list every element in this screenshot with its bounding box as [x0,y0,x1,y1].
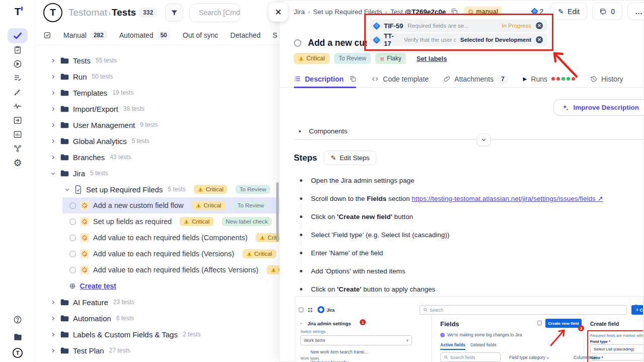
tree-folder-test-plan[interactable]: Test Plan27 tests [35,342,279,358]
jira-link-row[interactable]: TIF-59Required fields are se...In Progre… [369,19,547,32]
tree-test-item[interactable]: Add value to each required fields (Affec… [62,262,279,278]
account-logo-icon[interactable]: T [8,345,28,360]
testomat-logo-icon[interactable]: T [8,4,28,19]
select-all-icon[interactable] [43,31,51,39]
filter-tab-s[interactable]: S [273,31,277,39]
tree-folder-tests[interactable]: Tests55 tests [35,52,279,68]
tab-runs[interactable]: ▶Runs [523,70,575,88]
runs-play-icon[interactable] [8,56,28,71]
bell-icon[interactable] [633,304,639,310]
filter-button[interactable] [165,4,183,22]
test-status-circle[interactable] [69,202,76,209]
create-test-link[interactable]: ⊕Create test [62,278,279,294]
remove-link-icon[interactable]: ✕ [536,22,543,29]
test-status-circle[interactable] [69,219,76,225]
work-items-select[interactable]: Work items ∨ [300,335,412,345]
chevron-right-icon[interactable] [50,348,56,353]
field-type-category-dropdown[interactable]: Field type category ∨ [509,355,549,360]
breadcrumb-project[interactable]: Testomat [68,7,107,18]
jira-issues-count[interactable]: 2 [532,8,544,16]
tree-folder-branches[interactable]: Branches43 tests [35,149,279,165]
tab-active-fields[interactable]: Active fields [440,342,465,350]
tree-folder-run[interactable]: Run50 tests [35,68,279,85]
pulse-icon[interactable] [8,99,28,114]
breadcrumb-suite[interactable]: Set up Required Fileds [313,8,382,16]
tree-suite-set-up-required-fileds[interactable]: Set up Required Fileds5 testsCriticalTo … [35,181,279,197]
jira-search-input[interactable]: Search [420,305,627,315]
tree-folder-templates[interactable]: Templates19 tests [35,85,279,101]
chevron-right-icon[interactable] [50,300,56,305]
tree-folder-user-management[interactable]: User Management9 tests [35,117,279,133]
feedback-icon[interactable] [537,320,542,326]
tab-attachments[interactable]: Attachments7 [444,70,508,88]
tree-test-item[interactable]: Add value to each required fields (Compo… [62,230,279,246]
step-link[interactable]: https://testing-testomat.atlassian.net/j… [412,195,603,202]
back-arrow-icon[interactable]: ← [299,320,304,325]
test-plans-clipboard-icon[interactable] [8,42,28,57]
chevron-down-icon[interactable] [50,171,56,176]
chevron-right-icon[interactable] [50,316,56,321]
help-icon[interactable] [8,312,28,327]
tree-folder-jira[interactable]: Jira5 tests [35,165,279,181]
scrollbar-thumb[interactable] [276,182,279,242]
nav-new-work-item[interactable]: New work item search transi... [310,349,368,354]
nav-work-type-hierarchy[interactable]: Work type hierarchy [310,360,348,362]
chevron-right-icon[interactable] [50,332,56,337]
tree-test-item[interactable]: Set up fields as requiredCriticalNew lab… [62,213,279,230]
set-labels-link[interactable]: Set labels [417,55,447,62]
settings-gear-icon[interactable]: ⚙ [8,155,28,170]
tree-folder-labels-custom-fields-tags[interactable]: Labels & Custom Fields & Tags2 tests [35,326,279,342]
remove-link-icon[interactable]: ✕ [536,36,543,43]
projects-folder-icon[interactable] [8,329,28,344]
tab-code-template[interactable]: Code template [371,70,429,88]
import-icon[interactable] [8,113,28,128]
tree-folder-ai-feature[interactable]: AI Feature23 tests [35,294,279,310]
tab-history[interactable]: History [590,70,623,88]
chevron-right-icon[interactable] [50,138,56,144]
name-input[interactable] [590,360,643,362]
filter-tab-automated[interactable]: Automated50 [119,31,171,40]
search-input[interactable] [199,9,240,17]
jira-admin-settings-link[interactable]: Jira admin settings [307,321,351,326]
branches-icon[interactable] [8,141,28,156]
tree-test-item[interactable]: Add value to each required fields (Versi… [62,246,279,262]
tree-folder-global-analytics[interactable]: Global Analytics5 tests [35,133,279,149]
edit-button[interactable]: ✎ Edit [550,3,587,20]
tree-test-item[interactable]: Add a new custom field flowCriticalTo Re… [62,197,279,213]
field-type-select[interactable]: Select List (cascading) [590,344,643,353]
checklist-icon[interactable] [8,70,28,86]
search-fields-input[interactable]: Search fields [440,352,501,362]
tree-folder-import-export[interactable]: Import/Export38 tests [35,101,279,117]
test-status-circle[interactable] [69,235,76,241]
collapse-description-button[interactable] [477,133,491,146]
tab-deleted-fields[interactable]: Deleted fields [470,342,497,347]
edit-steps-button[interactable]: ✎ Edit Steps [324,151,376,165]
chevron-right-icon[interactable] [50,155,56,160]
filter-tab-manual[interactable]: Manual282 [63,31,107,40]
tree-folder-automation[interactable]: Automation6 tests [35,310,279,326]
chevron-right-icon[interactable] [50,90,56,96]
breadcrumb-jira[interactable]: Jira [294,8,305,16]
filter-tab-detached[interactable]: Detached [230,31,261,39]
tests-check-icon[interactable] [8,28,28,43]
chevron-right-icon[interactable] [50,58,56,63]
copy-icon[interactable] [350,76,356,82]
breadcrumb-section[interactable]: Tests [112,7,136,18]
improve-description-button[interactable]: Improve Description [553,99,644,116]
test-status-circle[interactable] [69,251,76,257]
copy-id-icon[interactable] [451,8,458,15]
test-status-circle[interactable] [294,39,301,47]
steps-icon[interactable] [8,85,28,100]
chevron-right-icon[interactable] [50,122,56,128]
comments-button[interactable]: 0 [592,3,622,20]
chevron-down-icon[interactable] [64,187,70,192]
tab-description[interactable]: Description [294,70,356,88]
jira-link-row[interactable]: TT-17Verify that the user c...Selected f… [369,33,547,46]
project-logo[interactable]: T [43,3,62,22]
more-button[interactable]: ... [627,3,644,20]
chevron-right-icon[interactable] [50,106,56,112]
create-new-field-button[interactable]: Create new field [545,319,582,328]
test-status-circle[interactable] [69,267,76,273]
chevron-right-icon[interactable] [50,74,56,80]
close-panel-button[interactable]: ✕ [269,3,288,22]
